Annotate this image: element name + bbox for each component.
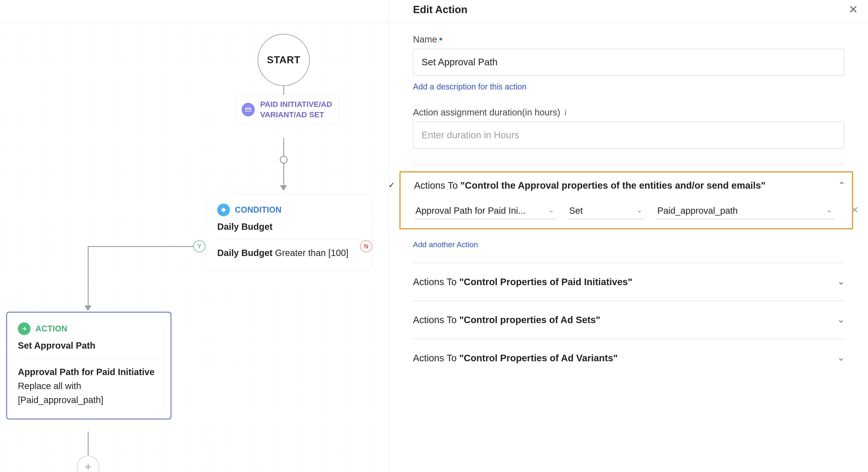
chevron-down-icon[interactable]: ⌄ [837,352,845,363]
info-icon[interactable]: i [564,108,566,117]
edit-action-panel: Edit Action ✕ Name Add a description for… [389,0,868,472]
arrow-down-icon [84,306,92,311]
connector-line [88,246,194,247]
condition-node[interactable]: CONDITION Daily Budget Daily Budget Grea… [206,194,373,270]
add-node-button[interactable]: + [77,455,99,472]
chevron-down-icon[interactable]: ⌄ [837,314,845,324]
condition-icon [217,203,230,216]
chevron-up-icon[interactable]: ⌃ [838,180,846,190]
duration-input[interactable] [413,122,844,149]
workflow-canvas[interactable]: START PAID INITIATIVE/AD VARIANT/AD SET [0,0,389,472]
duration-label: Action assignment duration(in hours) [413,107,560,118]
plus-icon: + [85,460,92,472]
action-icon [18,322,31,335]
actions-to-paid-initiatives-section[interactable]: Actions To "Control Properties of Paid I… [413,262,844,301]
action-title: Set Approval Path [18,341,160,351]
connector-line [88,246,89,308]
required-dot-icon [439,38,442,40]
action-type-label: ACTION [35,324,67,334]
branch-no-badge[interactable]: N [360,240,372,252]
divider [18,358,160,358]
action-value-select[interactable]: Paid_approval_path [656,203,835,219]
connector-dot [280,156,287,164]
action-config-row: Approval Path for Paid Ini... ⌄ Set ⌄ Pa… [414,203,843,219]
start-node[interactable]: START [258,34,310,86]
actions-to-ad-variants-section[interactable]: Actions To "Control Properties of Ad Var… [413,339,844,377]
chevron-down-icon[interactable]: ⌄ [837,276,845,286]
section-title: Actions To "Control Properties of Ad Var… [413,352,844,365]
action-operator-select[interactable]: Set [568,203,645,219]
actions-to-approval-section: ✓ Actions To "Control the Approval prope… [399,171,853,229]
entity-node[interactable]: PAID INITIATIVE/AD VARIANT/AD SET [235,95,339,124]
check-icon: ✓ [388,181,395,190]
action-node[interactable]: ACTION Set Approval Path Approval Path f… [6,312,171,419]
connector-line [88,432,89,459]
entity-node-label: PAID INITIATIVE/AD VARIANT/AD SET [260,99,333,120]
name-input[interactable] [413,49,844,76]
name-field-block: Name Add a description for this action [413,34,844,92]
actions-to-approval-title[interactable]: Actions To "Control the Approval propert… [414,179,843,192]
connector-line [283,138,284,190]
name-label: Name [413,34,844,44]
divider [413,164,844,165]
panel-title: Edit Action [413,3,467,15]
panel-header: Edit Action ✕ [389,0,868,23]
arrow-down-icon [280,185,287,191]
section-title: Actions To "Control Properties of Paid I… [413,276,844,288]
svg-rect-0 [246,108,251,111]
add-another-action-link[interactable]: Add another Action [413,240,478,249]
action-field-select[interactable]: Approval Path for Paid Ini... [414,203,557,219]
close-icon[interactable]: ✕ [848,4,858,15]
condition-title: Daily Budget [217,222,362,232]
branch-yes-badge[interactable]: Y [193,240,206,252]
section-title: Actions To "Control properties of Ad Set… [413,314,844,326]
entity-icon [242,103,255,116]
action-body: Approval Path for Paid Initiative Replac… [18,365,160,407]
condition-body: Daily Budget Greater than [100] [217,246,362,260]
duration-field-block: Action assignment duration(in hours) i [413,107,844,149]
actions-to-ad-sets-section[interactable]: Actions To "Control properties of Ad Set… [413,301,844,339]
condition-type-label: CONDITION [235,205,282,215]
start-node-label: START [267,54,301,65]
add-description-link[interactable]: Add a description for this action [413,82,526,92]
remove-row-icon[interactable]: ✕ [851,205,859,215]
